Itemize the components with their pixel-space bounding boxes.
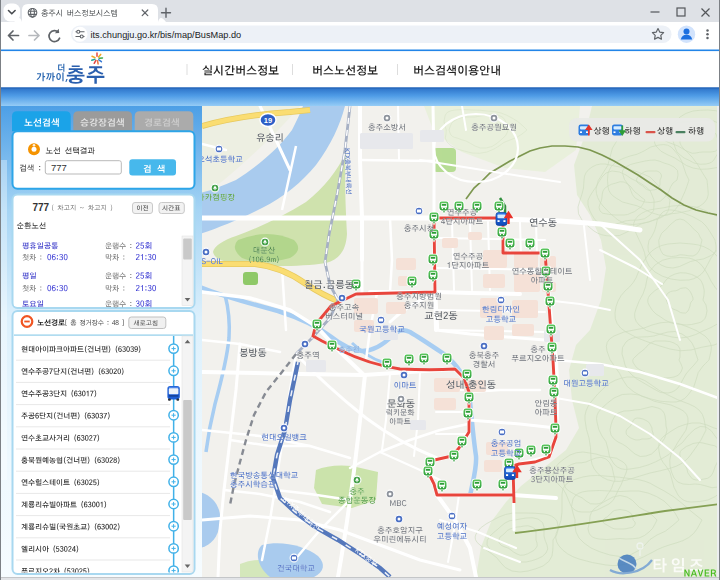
svg-text:777: 777 [32,202,49,213]
svg-text:777: 777 [51,162,67,173]
svg-text:19: 19 [264,116,272,125]
svg-text:its.chungju.go.kr/bis/map/BusM: its.chungju.go.kr/bis/map/BusMap.do [91,30,242,40]
